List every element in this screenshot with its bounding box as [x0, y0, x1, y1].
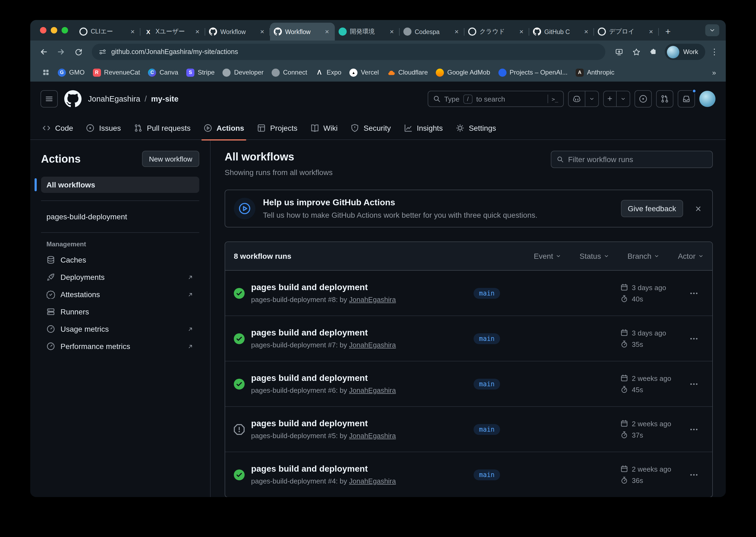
copilot-chat-button[interactable]: [568, 91, 585, 106]
run-options-button[interactable]: [686, 467, 701, 482]
sidebar-item-deployments[interactable]: Deployments: [41, 268, 199, 286]
browser-tab[interactable]: GitHub C: [529, 23, 594, 41]
copilot-menu-button[interactable]: [585, 91, 598, 106]
browser-tab[interactable]: Codespa: [399, 23, 464, 41]
bookmark-admob[interactable]: Google AdMob: [432, 67, 494, 78]
filter-status-dropdown[interactable]: Status: [580, 252, 609, 260]
sidebar-item-performance-metrics[interactable]: Performance metrics: [41, 338, 199, 355]
sidebar-item-attestations[interactable]: Attestations: [41, 286, 199, 303]
minimize-window-button[interactable]: [51, 27, 57, 33]
tab-close-icon[interactable]: [388, 27, 396, 36]
tab-close-icon[interactable]: [582, 27, 590, 36]
bookmark-canva[interactable]: Canva: [144, 67, 182, 78]
issues-dashboard-button[interactable]: [634, 90, 652, 107]
tab-settings[interactable]: Settings: [450, 116, 501, 140]
sidebar-item-runners[interactable]: Runners: [41, 303, 199, 320]
bookmark-anthropic[interactable]: Anthropic: [572, 67, 618, 78]
run-author-link[interactable]: JonahEgashira: [349, 296, 396, 304]
address-bar[interactable]: github.com/JonahEgashira/my-site/actions: [92, 44, 605, 60]
browser-tab[interactable]: 開発環境: [335, 23, 399, 41]
sidebar-item-workflow[interactable]: pages-build-deployment: [41, 209, 199, 225]
browser-profile-chip[interactable]: Work: [665, 44, 705, 60]
breadcrumb-owner[interactable]: JonahEgashira: [88, 95, 140, 103]
browser-menu-button[interactable]: [708, 44, 720, 60]
filter-actor-dropdown[interactable]: Actor: [678, 252, 703, 260]
tab-close-icon[interactable]: [453, 27, 461, 36]
branch-badge[interactable]: main: [473, 469, 500, 480]
tab-close-icon[interactable]: [193, 27, 202, 36]
tab-issues[interactable]: Issues: [81, 116, 126, 140]
run-author-link[interactable]: JonahEgashira: [349, 432, 396, 440]
tab-actions[interactable]: Actions: [198, 116, 250, 140]
tab-search-button[interactable]: [705, 24, 719, 36]
tab-pull-requests[interactable]: Pull requests: [129, 116, 196, 140]
bookmark-vercel[interactable]: Vercel: [346, 67, 383, 78]
bookmarks-overflow-button[interactable]: [710, 68, 718, 76]
give-feedback-button[interactable]: Give feedback: [621, 200, 683, 217]
run-title-link[interactable]: pages build and deployment: [251, 328, 467, 338]
browser-tab[interactable]: Xユーザー: [140, 23, 205, 41]
bookmark-cloudflare[interactable]: Cloudflare: [383, 67, 432, 78]
tab-wiki[interactable]: Wiki: [305, 116, 343, 140]
create-new-menu-button[interactable]: [616, 91, 630, 106]
branch-badge[interactable]: main: [473, 333, 500, 344]
close-window-button[interactable]: [40, 27, 47, 33]
browser-tab-active[interactable]: Workflow: [270, 23, 335, 41]
pull-requests-dashboard-button[interactable]: [656, 90, 673, 107]
browser-tab[interactable]: CLIエー: [76, 23, 140, 41]
back-button[interactable]: [36, 44, 52, 60]
bookmark-gmo[interactable]: GMO: [54, 67, 88, 78]
reload-button[interactable]: [70, 44, 86, 60]
bookmark-openai-projects[interactable]: Projects – OpenAI...: [494, 67, 571, 78]
tab-close-icon[interactable]: [517, 27, 525, 36]
branch-badge[interactable]: main: [473, 378, 500, 389]
sidebar-item-caches[interactable]: Caches: [41, 251, 199, 268]
bookmark-connect[interactable]: Connect: [268, 67, 311, 78]
run-title-link[interactable]: pages build and deployment: [251, 373, 467, 383]
zoom-window-button[interactable]: [61, 27, 68, 33]
run-options-button[interactable]: [686, 376, 701, 392]
install-app-button[interactable]: [611, 44, 627, 60]
tab-projects[interactable]: Projects: [252, 116, 303, 140]
run-author-link[interactable]: JonahEgashira: [349, 341, 396, 349]
filter-input[interactable]: [568, 155, 707, 164]
run-options-button[interactable]: [686, 422, 701, 437]
create-new-plus-button[interactable]: [603, 91, 616, 106]
run-author-link[interactable]: JonahEgashira: [349, 386, 396, 394]
bookmark-apps-grid[interactable]: [38, 67, 54, 78]
extensions-button[interactable]: [645, 44, 662, 60]
filter-event-dropdown[interactable]: Event: [534, 252, 561, 260]
bookmark-developer[interactable]: Developer: [219, 67, 267, 78]
command-palette-icon[interactable]: [551, 96, 558, 102]
tab-close-icon[interactable]: [258, 27, 266, 36]
tab-close-icon[interactable]: [647, 27, 655, 36]
run-title-link[interactable]: pages build and deployment: [251, 419, 467, 429]
run-options-button[interactable]: [686, 331, 701, 346]
bookmark-stripe[interactable]: Stripe: [182, 67, 218, 78]
run-title-link[interactable]: pages build and deployment: [251, 464, 467, 474]
bookmark-expo[interactable]: Expo: [312, 67, 345, 78]
branch-badge[interactable]: main: [473, 288, 500, 299]
filter-branch-dropdown[interactable]: Branch: [627, 252, 660, 260]
bookmark-revenuecat[interactable]: RevenueCat: [89, 67, 144, 78]
new-tab-button[interactable]: [661, 24, 675, 38]
tab-close-icon[interactable]: [129, 27, 136, 36]
run-title-link[interactable]: pages build and deployment: [251, 282, 467, 292]
tab-close-icon[interactable]: [323, 27, 331, 36]
breadcrumb-repo[interactable]: my-site: [151, 95, 179, 103]
notifications-button[interactable]: [678, 90, 695, 107]
new-workflow-button[interactable]: New workflow: [142, 151, 199, 167]
tab-code[interactable]: Code: [37, 116, 79, 140]
filter-workflow-runs-field[interactable]: [551, 151, 713, 168]
close-icon[interactable]: [693, 203, 703, 214]
user-avatar[interactable]: [699, 91, 715, 107]
bookmark-star-button[interactable]: [628, 44, 644, 60]
tab-insights[interactable]: Insights: [398, 116, 448, 140]
browser-tab[interactable]: クラウド: [464, 23, 529, 41]
forward-button[interactable]: [53, 44, 69, 60]
sidebar-item-usage-metrics[interactable]: Usage metrics: [41, 320, 199, 338]
run-author-link[interactable]: JonahEgashira: [349, 477, 396, 485]
github-logo[interactable]: [64, 90, 82, 107]
tab-security[interactable]: Security: [345, 116, 396, 140]
run-options-button[interactable]: [686, 285, 701, 301]
